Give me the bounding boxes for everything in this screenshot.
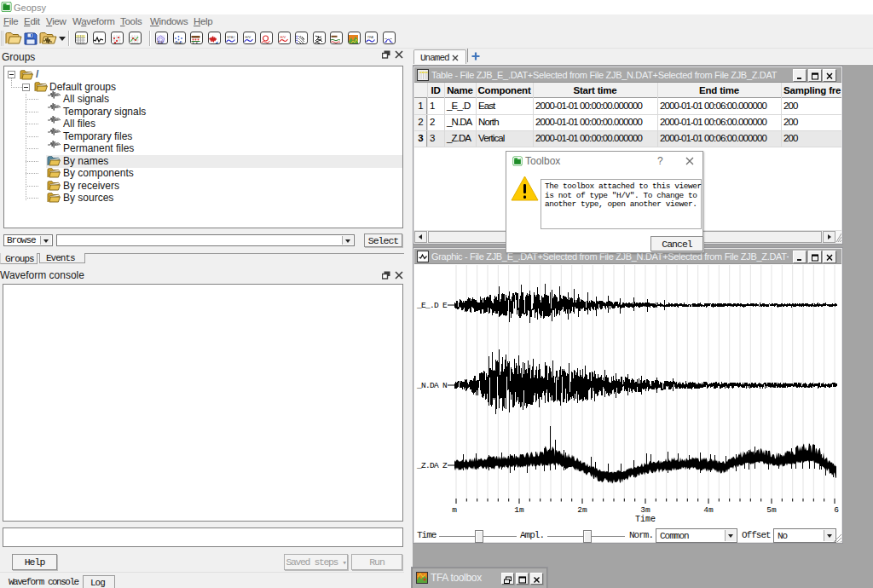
- svg-text:3m: 3m: [640, 505, 650, 515]
- svg-text:TFA: TFA: [367, 35, 374, 39]
- svg-text:4m: 4m: [703, 505, 714, 515]
- svg-text:SPAC: SPAC: [175, 41, 184, 44]
- svg-text:1m: 1m: [514, 505, 524, 515]
- svg-text:2m: 2m: [577, 505, 587, 515]
- svg-text:6: 6: [834, 505, 839, 515]
- svg-text:5m: 5m: [766, 505, 777, 515]
- svg-text:m: m: [452, 505, 457, 515]
- svg-text:H/V: H/V: [246, 35, 251, 39]
- svg-text:_E_.D E: _E_.D E: [416, 301, 448, 310]
- svg-text:_N.DA N: _N.DA N: [416, 381, 447, 390]
- svg-text:Time: Time: [635, 515, 656, 524]
- svg-text:F-K: F-K: [158, 41, 164, 45]
- svg-text:H/V: H/V: [280, 35, 286, 39]
- svg-text:K-K: K-K: [193, 41, 199, 44]
- svg-text:_Z.DA Z: _Z.DA Z: [416, 461, 448, 470]
- svg-text:SPAC: SPAC: [227, 36, 235, 39]
